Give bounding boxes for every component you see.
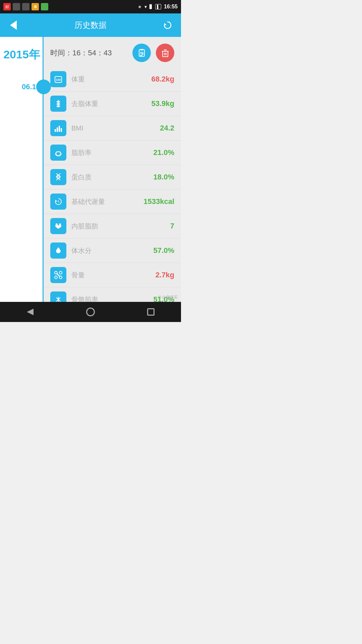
svg-rect-18	[55, 129, 56, 132]
left-sidebar: 2015年 06.15	[0, 37, 44, 302]
svg-rect-15	[57, 103, 60, 104]
svg-marker-25	[55, 200, 57, 202]
metric-row-bmr: 基础代谢量1533kcal	[44, 190, 181, 214]
weight-value: 68.2kg	[152, 75, 175, 84]
year-label: 2015年	[3, 47, 40, 62]
time-header: 时间：16：54：43	[44, 37, 181, 67]
metric-row-fat: 脂肪率21.0%	[44, 141, 181, 165]
weight-label: 体重	[71, 75, 146, 84]
metric-row-water: 体水分57.0%	[44, 238, 181, 263]
svg-point-26	[56, 223, 58, 225]
protein-value: 18.0%	[154, 173, 174, 181]
home-nav-icon	[86, 308, 95, 316]
clipboard-button[interactable]	[132, 44, 151, 62]
main-content: 2015年 06.15 时间：16：54：43	[0, 37, 181, 302]
fat-icon	[50, 145, 66, 161]
visceral-label: 内脏脂肪	[71, 222, 165, 231]
bone-icon	[50, 267, 66, 283]
lean-value: 53.9kg	[152, 99, 175, 108]
svg-rect-2	[140, 49, 143, 50]
battery-icon: ▌	[155, 4, 161, 9]
water-label: 体水分	[71, 246, 148, 255]
visceral-value: 7	[170, 222, 174, 230]
metric-row-bmi: BMI24.2	[44, 116, 181, 141]
gallery-icon	[13, 3, 20, 10]
status-bar: 邮 值 ∗ ▾ ▊ ▌ 16:55	[0, 0, 181, 13]
bmi-icon	[50, 120, 66, 136]
svg-rect-19	[57, 127, 58, 132]
trash-icon	[161, 48, 170, 58]
metric-row-bone: 骨量2.7kg	[44, 263, 181, 287]
svg-point-30	[55, 276, 57, 279]
bmi-label: BMI	[71, 124, 155, 132]
svg-rect-16	[57, 104, 60, 105]
metric-row-lean: 去脂体重53.9kg	[44, 92, 181, 116]
water-value: 57.0%	[154, 246, 174, 255]
value-icon: 值	[32, 3, 39, 10]
metric-row-weight: 100体重68.2kg	[44, 67, 181, 92]
metric-row-visceral: 内脏脂肪7	[44, 214, 181, 238]
time-text: 时间：16：54：43	[50, 48, 127, 58]
status-right-icons: ∗ ▾ ▊ ▌ 16:55	[138, 4, 178, 10]
weight-icon: 100	[50, 71, 66, 87]
app-icon-2	[22, 3, 29, 10]
back-nav-icon	[27, 309, 34, 315]
svg-point-31	[59, 271, 62, 274]
wifi-icon: ▾	[144, 4, 147, 9]
timeline-line	[43, 37, 44, 302]
bmr-icon	[50, 194, 66, 210]
bottom-nav	[0, 302, 181, 322]
svg-rect-21	[61, 128, 62, 132]
signal-icon: ▊	[149, 4, 153, 9]
svg-rect-20	[59, 126, 60, 132]
status-left-icons: 邮 值	[3, 3, 48, 10]
delete-button[interactable]	[156, 44, 174, 62]
svg-point-29	[55, 271, 57, 274]
bone-value: 2.7kg	[156, 271, 174, 279]
svg-rect-17	[57, 106, 60, 107]
refresh-button[interactable]	[161, 18, 174, 32]
svg-text:100: 100	[56, 78, 61, 82]
visceral-icon	[50, 218, 66, 234]
timeline-dot	[36, 79, 51, 94]
svg-point-27	[59, 223, 61, 225]
muscle-label: 骨骼肌率	[71, 295, 148, 302]
fat-label: 脂肪率	[71, 148, 148, 157]
nav-recent-button[interactable]	[142, 304, 159, 320]
date-row: 06.15	[0, 83, 44, 91]
right-content[interactable]: 时间：16：54：43	[44, 37, 181, 302]
watermark: 什么值得买	[158, 294, 178, 300]
bmr-value: 1533kcal	[143, 197, 174, 206]
status-time: 16:55	[164, 4, 178, 10]
back-arrow-icon	[10, 20, 17, 30]
lean-icon	[50, 96, 66, 112]
clipboard-icon	[137, 48, 146, 58]
mail-icon: 邮	[3, 3, 11, 10]
svg-point-32	[59, 276, 62, 279]
top-bar: 历史数据	[0, 13, 181, 37]
muscle-icon	[50, 291, 66, 302]
metrics-list: 100体重68.2kg去脂体重53.9kgBMI24.2脂肪率21.0%蛋白质1…	[44, 67, 181, 302]
bmr-label: 基础代谢量	[71, 197, 138, 206]
bluetooth-icon: ∗	[138, 4, 142, 9]
back-button[interactable]	[7, 18, 20, 32]
svg-rect-14	[57, 101, 60, 102]
lean-label: 去脂体重	[71, 99, 146, 108]
bone-label: 骨量	[71, 271, 150, 280]
nav-home-button[interactable]	[82, 304, 99, 320]
recent-nav-icon	[147, 308, 155, 316]
bmi-value: 24.2	[160, 124, 174, 132]
protein-icon	[50, 169, 66, 185]
green-app-icon	[41, 3, 48, 10]
protein-label: 蛋白质	[71, 173, 148, 182]
water-icon	[50, 243, 66, 259]
metric-row-protein: 蛋白质18.0%	[44, 165, 181, 190]
nav-back-button[interactable]	[22, 304, 39, 320]
svg-marker-0	[164, 23, 167, 25]
page-title: 历史数据	[74, 20, 107, 31]
fat-value: 21.0%	[154, 148, 174, 157]
refresh-icon	[163, 20, 173, 30]
